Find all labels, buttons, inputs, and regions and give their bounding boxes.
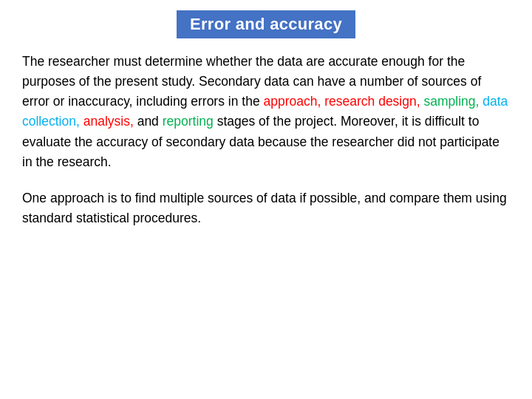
text-sampling: sampling,: [423, 94, 479, 109]
text-reporting: reporting: [163, 114, 214, 129]
text-approach: approach,: [263, 94, 321, 109]
page-container: Error and accuracy The researcher must d…: [0, 0, 532, 399]
text-and: and: [134, 114, 163, 129]
text-analysis: analysis,: [83, 114, 134, 129]
body-text-1: The researcher must determine whether th…: [22, 54, 508, 169]
paragraph-1: The researcher must determine whether th…: [22, 52, 510, 172]
title-container: Error and accuracy: [22, 10, 510, 38]
text-research-design: research design,: [324, 94, 420, 109]
body-text-2: One approach is to find multiple sources…: [22, 191, 507, 225]
paragraph-2: One approach is to find multiple sources…: [22, 188, 510, 228]
slide-title: Error and accuracy: [177, 10, 355, 38]
